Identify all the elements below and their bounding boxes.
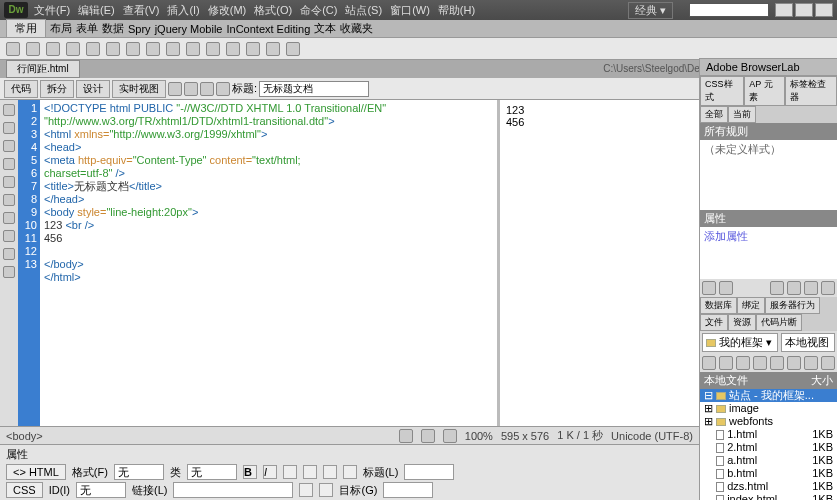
media-icon[interactable] [126, 42, 140, 56]
file-item[interactable]: dzs.html1KB [700, 480, 837, 493]
tab-layout[interactable]: 布局 [50, 21, 72, 36]
edit-rule-icon[interactable] [804, 281, 818, 295]
select-parent-icon[interactable] [3, 158, 15, 170]
select-tool-icon[interactable] [399, 429, 413, 443]
bold-icon[interactable]: B [243, 465, 257, 479]
checkout-icon[interactable] [770, 356, 784, 370]
file-item[interactable]: index.html1KB [700, 493, 837, 500]
workspace-selector[interactable]: 经典 ▾ [628, 2, 673, 19]
server-debug-icon[interactable] [200, 82, 214, 96]
comment-icon[interactable] [206, 42, 220, 56]
menu-modify[interactable]: 修改(M) [208, 3, 247, 18]
document-tab[interactable]: 行间距.html [6, 60, 80, 78]
id-select[interactable]: 无 [76, 482, 126, 498]
tab-incontext[interactable]: InContext Editing [226, 23, 310, 35]
css-styles-tab[interactable]: CSS样式 [700, 76, 744, 106]
format-select[interactable]: 无 [114, 464, 164, 480]
syntax-color-icon[interactable] [3, 248, 15, 260]
split-view-button[interactable]: 拆分 [40, 80, 74, 98]
open-docs-icon[interactable] [3, 104, 15, 116]
attach-css-icon[interactable] [770, 281, 784, 295]
templates-icon[interactable] [266, 42, 280, 56]
hand-tool-icon[interactable] [421, 429, 435, 443]
date-icon[interactable] [166, 42, 180, 56]
close-button[interactable]: × [815, 3, 833, 17]
search-input[interactable] [689, 3, 769, 17]
email-link-icon[interactable] [26, 42, 40, 56]
indent-icon[interactable] [343, 465, 357, 479]
databases-tab[interactable]: 数据库 [700, 297, 737, 314]
code-editor[interactable]: <!DOCTYPE html PUBLIC "-//W3C//DTD XHTML… [40, 100, 497, 440]
css-props-tab[interactable]: CSS [6, 482, 43, 498]
collapse-icon[interactable] [3, 122, 15, 134]
script-icon[interactable] [246, 42, 260, 56]
menu-window[interactable]: 窗口(W) [390, 3, 430, 18]
tag-inspector-tab[interactable]: 标签检查器 [785, 76, 837, 106]
css-properties-body[interactable]: 添加属性 [700, 227, 837, 279]
design-view-button[interactable]: 设计 [76, 80, 110, 98]
refresh-icon[interactable] [216, 82, 230, 96]
tab-text[interactable]: 文本 [314, 21, 336, 36]
behaviors-tab[interactable]: 服务器行为 [765, 297, 820, 314]
tag-chooser-icon[interactable] [286, 42, 300, 56]
site-select[interactable]: 我的框架▾ [702, 333, 778, 352]
link-input[interactable] [173, 482, 293, 498]
table-icon[interactable] [66, 42, 80, 56]
auto-indent-icon[interactable] [3, 266, 15, 278]
zoom-level[interactable]: 100% [465, 430, 493, 442]
ol-icon[interactable] [303, 465, 317, 479]
menu-format[interactable]: 格式(O) [254, 3, 292, 18]
live-code-icon[interactable] [184, 82, 198, 96]
snippets-tab[interactable]: 代码片断 [756, 314, 802, 331]
menu-commands[interactable]: 命令(C) [300, 3, 337, 18]
hyperlink-icon[interactable] [6, 42, 20, 56]
css-current-tab[interactable]: 当前 [728, 106, 756, 123]
delete-rule-icon[interactable] [821, 281, 835, 295]
refresh-files-icon[interactable] [719, 356, 733, 370]
menu-view[interactable]: 查看(V) [123, 3, 160, 18]
image-icon[interactable] [106, 42, 120, 56]
menu-site[interactable]: 站点(S) [345, 3, 382, 18]
point-to-file-icon[interactable] [299, 483, 313, 497]
tab-spry[interactable]: Spry [128, 23, 151, 35]
tab-common[interactable]: 常用 [6, 19, 46, 38]
line-numbers-icon[interactable] [3, 194, 15, 206]
view-select[interactable]: 本地视图 [781, 333, 835, 352]
file-item[interactable]: ⊞ webfonts [700, 415, 837, 428]
file-item[interactable]: 2.html1KB [700, 441, 837, 454]
title-input[interactable] [259, 81, 369, 97]
html-props-tab[interactable]: <> HTML [6, 464, 66, 480]
menu-insert[interactable]: 插入(I) [167, 3, 199, 18]
anchor-icon[interactable] [46, 42, 60, 56]
tab-data[interactable]: 数据 [102, 21, 124, 36]
word-wrap-icon[interactable] [3, 230, 15, 242]
target-select[interactable] [383, 482, 433, 498]
new-rule-icon[interactable] [787, 281, 801, 295]
checkin-icon[interactable] [787, 356, 801, 370]
live-view-button[interactable]: 实时视图 [112, 80, 166, 98]
connect-icon[interactable] [702, 356, 716, 370]
file-tree[interactable]: ⊟ 站点 - 我的框架... ⊞ image⊞ webfonts 1.html1… [700, 389, 837, 500]
highlight-invalid-icon[interactable] [3, 212, 15, 224]
sync-icon[interactable] [804, 356, 818, 370]
menu-edit[interactable]: 编辑(E) [78, 3, 115, 18]
menu-file[interactable]: 文件(F) [34, 3, 70, 18]
widget-icon[interactable] [146, 42, 160, 56]
zoom-tool-icon[interactable] [443, 429, 457, 443]
css-all-tab[interactable]: 全部 [700, 106, 728, 123]
file-item[interactable]: 1.html1KB [700, 428, 837, 441]
class-select[interactable]: 无 [187, 464, 237, 480]
tab-forms[interactable]: 表单 [76, 21, 98, 36]
outdent-icon[interactable] [323, 465, 337, 479]
css-category-icon[interactable] [702, 281, 716, 295]
title2-input[interactable] [404, 464, 454, 480]
expand-icon[interactable] [3, 140, 15, 152]
tab-favorites[interactable]: 收藏夹 [340, 21, 373, 36]
put-files-icon[interactable] [753, 356, 767, 370]
file-item[interactable]: ⊞ image [700, 402, 837, 415]
assets-tab[interactable]: 资源 [728, 314, 756, 331]
ap-elements-tab[interactable]: AP 元素 [744, 76, 784, 106]
expand-files-icon[interactable] [821, 356, 835, 370]
tab-jquery[interactable]: jQuery Mobile [155, 23, 223, 35]
browserlab-panel[interactable]: Adobe BrowserLab [700, 58, 837, 76]
